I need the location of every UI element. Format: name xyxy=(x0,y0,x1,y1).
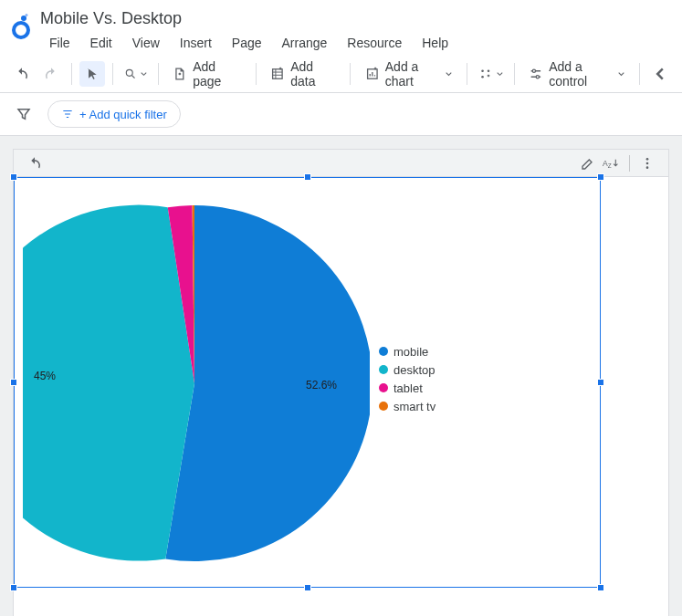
svg-point-10 xyxy=(533,69,536,72)
pie-slice-mobile[interactable] xyxy=(165,205,370,561)
toolbar-divider xyxy=(158,63,159,85)
legend-label: smart tv xyxy=(393,400,435,413)
chart-legend: mobile desktop tablet smart tv xyxy=(379,342,435,415)
legend-label: desktop xyxy=(393,363,435,377)
chevron-down-icon xyxy=(497,70,503,78)
selection-tool[interactable] xyxy=(79,61,105,87)
selection-handle[interactable] xyxy=(304,173,311,181)
add-chart-label: Add a chart xyxy=(380,59,442,89)
toolbar-overflow-left[interactable] xyxy=(647,61,673,87)
selection-handle[interactable] xyxy=(597,173,604,181)
svg-line-4 xyxy=(131,76,134,78)
svg-point-1 xyxy=(21,16,26,21)
undo-button[interactable] xyxy=(9,61,35,87)
pie-chart[interactable]: 52.6% 45% mobile desktop tablet smart t xyxy=(23,183,589,584)
add-page-button[interactable]: Add page xyxy=(165,61,247,87)
looker-studio-logo[interactable] xyxy=(9,11,33,42)
legend-item-tablet[interactable]: tablet xyxy=(379,379,435,397)
legend-item-smarttv[interactable]: smart tv xyxy=(379,397,435,415)
menu-insert[interactable]: Insert xyxy=(171,32,221,54)
community-viz-dropdown[interactable] xyxy=(475,61,507,87)
legend-item-mobile[interactable]: mobile xyxy=(379,342,435,360)
chart-undo-button[interactable] xyxy=(23,151,47,175)
selection-handle[interactable] xyxy=(304,584,311,591)
selection-handle[interactable] xyxy=(10,584,17,591)
menu-edit[interactable]: Edit xyxy=(81,32,121,54)
quick-filter-label: + Add quick filter xyxy=(79,108,167,121)
svg-point-16 xyxy=(646,166,649,169)
menu-help[interactable]: Help xyxy=(413,32,457,54)
svg-point-3 xyxy=(126,69,132,76)
filter-icon-button[interactable] xyxy=(11,101,37,127)
toolbar-divider xyxy=(112,63,113,85)
add-data-label: Add data xyxy=(285,59,335,89)
legend-swatch xyxy=(379,347,388,356)
svg-point-7 xyxy=(481,69,484,72)
add-control-label: Add a control xyxy=(543,59,614,89)
toolbar-divider xyxy=(256,63,257,85)
filter-list-icon xyxy=(61,108,74,120)
legend-item-desktop[interactable]: desktop xyxy=(379,360,435,379)
filter-bar: + Add quick filter xyxy=(0,93,682,136)
toolbar-divider xyxy=(350,63,351,85)
selection-handle[interactable] xyxy=(597,584,604,591)
toolbar-divider xyxy=(639,63,640,85)
legend-label: tablet xyxy=(393,381,423,395)
legend-label: mobile xyxy=(393,345,428,359)
edit-pencil-button[interactable] xyxy=(576,151,600,175)
menu-resource[interactable]: Resource xyxy=(338,32,411,54)
add-control-dropdown[interactable]: Add a control xyxy=(521,61,632,87)
legend-swatch xyxy=(379,402,388,411)
add-data-button[interactable]: Add data xyxy=(263,61,342,87)
add-quick-filter-button[interactable]: + Add quick filter xyxy=(47,100,181,128)
chevron-down-icon xyxy=(141,70,147,78)
chevron-down-icon xyxy=(618,70,624,78)
main-toolbar: Add page Add data Add a chart Add a cont… xyxy=(0,56,682,93)
more-options-button[interactable] xyxy=(635,151,659,175)
document-title[interactable]: Mobile Vs. Desktop xyxy=(40,7,673,30)
svg-point-15 xyxy=(646,162,649,164)
add-chart-dropdown[interactable]: Add a chart xyxy=(358,61,459,87)
report-page[interactable]: AZ xyxy=(13,149,669,616)
toolbar-divider xyxy=(71,63,72,85)
sort-button[interactable]: AZ xyxy=(600,151,624,175)
chart-header-toolbar: AZ xyxy=(14,150,668,177)
legend-swatch xyxy=(379,365,388,374)
svg-point-11 xyxy=(537,76,540,78)
menu-view[interactable]: View xyxy=(123,32,169,54)
menu-arrange[interactable]: Arrange xyxy=(273,32,337,54)
chart-toolbar-divider xyxy=(629,155,630,172)
svg-point-14 xyxy=(646,158,649,161)
chevron-down-icon xyxy=(446,70,452,78)
selection-handle[interactable] xyxy=(10,173,17,181)
legend-swatch xyxy=(379,383,388,392)
report-canvas[interactable]: AZ xyxy=(0,136,682,616)
slice-label-mobile: 52.6% xyxy=(306,379,337,392)
selection-handle[interactable] xyxy=(10,379,17,386)
menu-file[interactable]: File xyxy=(40,32,79,54)
slice-label-desktop: 45% xyxy=(34,370,56,382)
svg-text:Z: Z xyxy=(608,162,612,169)
add-page-label: Add page xyxy=(187,59,240,89)
svg-point-8 xyxy=(488,69,490,72)
svg-point-0 xyxy=(14,23,28,37)
toolbar-divider xyxy=(467,63,467,85)
redo-button[interactable] xyxy=(38,61,64,87)
zoom-dropdown[interactable] xyxy=(121,61,151,87)
menu-bar: File Edit View Insert Page Arrange Resou… xyxy=(40,30,673,56)
menu-page[interactable]: Page xyxy=(223,32,271,54)
toolbar-divider xyxy=(514,63,515,85)
selection-handle[interactable] xyxy=(597,379,604,386)
svg-point-9 xyxy=(481,76,484,78)
pie-slice-desktop[interactable] xyxy=(23,205,194,561)
svg-rect-5 xyxy=(273,69,282,78)
svg-point-2 xyxy=(26,14,28,16)
